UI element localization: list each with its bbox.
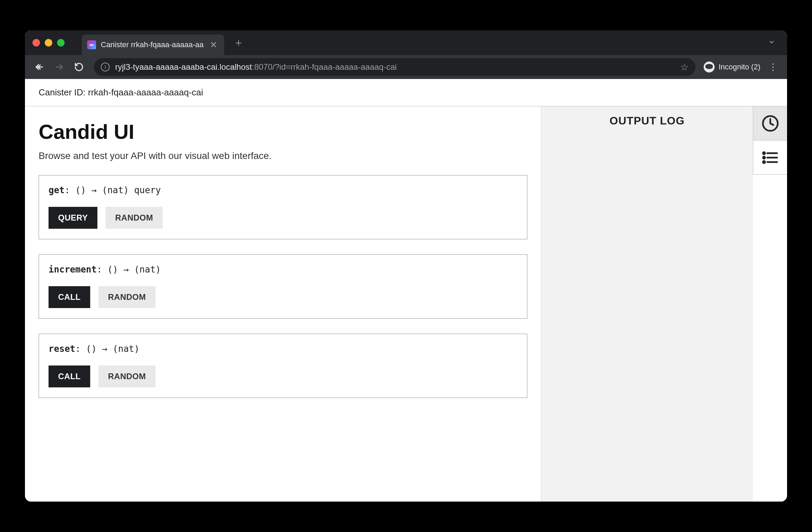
svg-point-9 xyxy=(763,161,765,163)
history-tab[interactable] xyxy=(753,106,787,141)
tabs-dropdown-button[interactable] xyxy=(764,38,780,48)
output-log-title: OUTPUT LOG xyxy=(610,115,685,127)
svg-point-7 xyxy=(763,152,765,154)
url-port: :8070 xyxy=(252,62,272,71)
maximize-window-button[interactable] xyxy=(57,39,65,46)
bookmark-star-icon[interactable]: ☆ xyxy=(680,62,689,73)
favicon-icon xyxy=(87,40,96,49)
canister-id-label: Canister ID: rrkah-fqaaa-aaaaa-aaaaq-cai xyxy=(39,87,203,97)
address-bar[interactable]: i ryjl3-tyaaa-aaaaa-aaaba-cai.localhost:… xyxy=(94,58,695,76)
page-content: Canister ID: rrkah-fqaaa-aaaaa-aaaaq-cai… xyxy=(25,79,787,502)
canister-id-bar: Canister ID: rrkah-fqaaa-aaaaa-aaaaq-cai xyxy=(25,79,787,106)
query-button[interactable]: QUERY xyxy=(49,207,97,229)
close-tab-button[interactable]: ✕ xyxy=(208,40,219,50)
incognito-indicator[interactable]: Incognito (2) xyxy=(702,62,762,72)
incognito-icon xyxy=(704,62,715,72)
page-subtitle: Browse and test your API with our visual… xyxy=(39,150,527,161)
random-button[interactable]: RANDOM xyxy=(98,286,155,308)
clock-icon xyxy=(761,115,779,132)
site-info-icon[interactable]: i xyxy=(101,63,110,71)
svg-point-8 xyxy=(763,157,765,159)
url-text: ryjl3-tyaaa-aaaaa-aaaba-cai.localhost:80… xyxy=(115,62,397,72)
method-name: increment xyxy=(49,264,97,275)
random-button[interactable]: RANDOM xyxy=(106,207,163,229)
method-signature: get: () → (nat) query xyxy=(49,185,517,195)
method-name: get xyxy=(49,185,65,195)
call-button[interactable]: CALL xyxy=(49,365,90,387)
method-sig-rest: : () → (nat) xyxy=(97,264,161,275)
tab-title: Canister rrkah-fqaaa-aaaaa-aa xyxy=(101,40,204,49)
window-controls xyxy=(32,39,65,46)
method-name: reset xyxy=(49,344,75,354)
right-column: OUTPUT LOG xyxy=(541,106,787,502)
method-sig-rest: : () → (nat) xyxy=(75,344,139,354)
reload-button[interactable] xyxy=(71,59,87,75)
incognito-label: Incognito (2) xyxy=(719,63,760,71)
tab-strip: Canister rrkah-fqaaa-aaaaa-aa ✕ ＋ xyxy=(25,30,787,55)
browser-tab[interactable]: Canister rrkah-fqaaa-aaaaa-aa ✕ xyxy=(82,35,224,55)
browser-window: Canister rrkah-fqaaa-aaaaa-aa ✕ ＋ i ryjl… xyxy=(25,30,787,502)
url-host: ryjl3-tyaaa-aaaaa-aaaba-cai.localhost xyxy=(115,62,252,71)
side-tabs xyxy=(753,106,787,502)
main-panel: Candid UI Browse and test your API with … xyxy=(25,106,541,502)
browser-menu-button[interactable]: ⋮ xyxy=(765,62,781,72)
call-button[interactable]: CALL xyxy=(49,286,90,308)
method-signature: increment: () → (nat) xyxy=(49,264,517,275)
method-card-reset: reset: () → (nat) CALL RANDOM xyxy=(39,334,527,398)
method-card-get: get: () → (nat) query QUERY RANDOM xyxy=(39,175,527,239)
method-signature: reset: () → (nat) xyxy=(49,344,517,354)
forward-button[interactable] xyxy=(51,59,67,75)
new-tab-button[interactable]: ＋ xyxy=(233,35,244,50)
method-card-increment: increment: () → (nat) CALL RANDOM xyxy=(39,254,527,319)
close-window-button[interactable] xyxy=(32,39,40,46)
methods-list-tab[interactable] xyxy=(753,141,787,175)
page-title: Candid UI xyxy=(39,120,527,144)
browser-toolbar: i ryjl3-tyaaa-aaaaa-aaaba-cai.localhost:… xyxy=(25,55,787,79)
url-path: /?id=rrkah-fqaaa-aaaaa-aaaaq-cai xyxy=(272,62,397,71)
list-icon xyxy=(761,149,779,167)
output-log-panel: OUTPUT LOG xyxy=(541,106,753,502)
back-button[interactable] xyxy=(31,59,48,75)
random-button[interactable]: RANDOM xyxy=(98,365,155,387)
minimize-window-button[interactable] xyxy=(45,39,52,46)
method-sig-rest: : () → (nat) query xyxy=(65,185,161,195)
